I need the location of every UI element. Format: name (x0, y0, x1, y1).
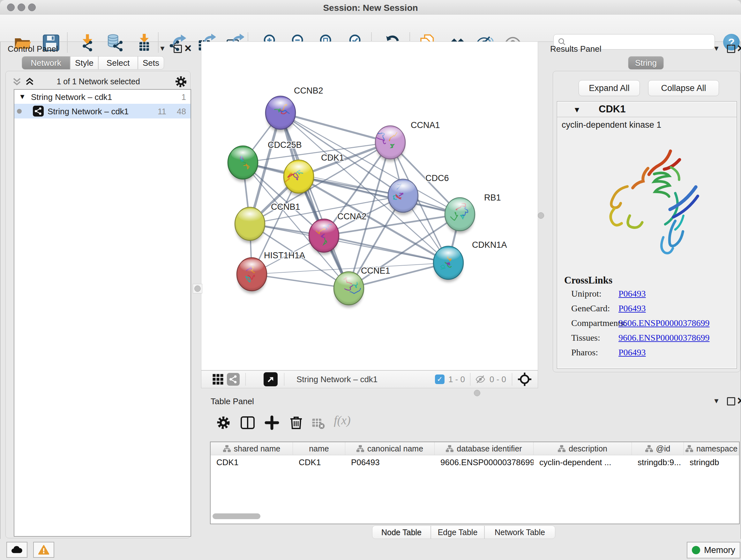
node-label: CDK1 (321, 153, 344, 163)
edge-layer (243, 113, 460, 288)
tab-style[interactable]: Style (70, 56, 98, 70)
column-header[interactable]: shared name (211, 442, 293, 455)
network-view-toolbar: String Network – cdk1 ✓ 1 - 0 0 - 0 (201, 370, 538, 388)
tab-edge-table[interactable]: Edge Table (431, 525, 484, 539)
tab-select[interactable]: Select (98, 56, 138, 70)
network-edge-count: 48 (177, 107, 186, 117)
network-row-selected[interactable]: String Network – cdk1 11 48 (14, 104, 191, 118)
crosslink-genecard-link[interactable]: P06493 (618, 303, 646, 314)
crosslink-tissues-link[interactable]: 9606.ENSP00000378699 (618, 333, 710, 343)
cloud-status-button[interactable] (6, 542, 27, 558)
tab-sets[interactable]: Sets (138, 56, 164, 70)
network-node-CCNA1[interactable]: CCNA1 (375, 120, 440, 162)
node-card-name: CDK1 (599, 104, 625, 115)
control-panel: Control Panel ▼ × Network Style Select S… (4, 42, 191, 539)
shared-column-icon (223, 445, 231, 452)
node-label: CCNA2 (337, 212, 367, 221)
shared-column-icon (446, 445, 454, 452)
control-panel-close-icon[interactable]: × (185, 44, 192, 52)
network-tab-panel: 1 of 1 Network selected ▼ String Network… (5, 71, 191, 538)
control-panel-float-icon[interactable] (174, 45, 182, 53)
expand-all-button[interactable]: Expand All (579, 80, 640, 96)
crosslink-label: GeneCard: (571, 303, 610, 313)
left-splitter-handle[interactable] (193, 284, 202, 294)
crosslink-pharos-link[interactable]: P06493 (618, 348, 646, 358)
collapse-all-networks-icon[interactable] (11, 77, 22, 86)
crosslink-label: Tissues: (571, 333, 600, 343)
column-header[interactable]: namespace (684, 442, 739, 455)
column-header[interactable]: description (534, 442, 632, 455)
main-toolbar: ? (0, 15, 741, 42)
navbar-separator (470, 373, 470, 386)
collection-expander-icon[interactable]: ▼ (19, 92, 26, 101)
table-panel-title: Table Panel (211, 396, 254, 407)
expand-all-networks-icon[interactable] (24, 77, 35, 86)
network-edge[interactable] (324, 236, 448, 263)
node-card-expander-icon[interactable]: ▼ (573, 105, 581, 114)
table-header-row: shared name name canonical name database… (211, 442, 739, 455)
node-label: CCNB2 (294, 86, 323, 96)
crosslink-label: Uniprot: (571, 289, 602, 299)
memory-status-icon (692, 546, 700, 554)
table-row[interactable]: CDK1 CDK1 P06493 9606.ENSP00000378699 cy… (211, 455, 739, 469)
network-node-RB1[interactable]: RB1 (445, 193, 501, 233)
column-header[interactable]: name (293, 442, 345, 455)
show-columns-icon[interactable] (240, 415, 255, 430)
collapse-all-button[interactable]: Collapse All (648, 80, 719, 96)
network-view-mode-icon[interactable] (227, 373, 240, 386)
tab-string[interactable]: String (628, 56, 664, 70)
network-node-CDKN1A[interactable]: CDKN1A (433, 240, 507, 282)
warning-icon (38, 545, 50, 555)
results-panel-close-icon[interactable]: × (737, 44, 741, 52)
tab-network[interactable]: Network (22, 56, 70, 70)
control-panel-menu-icon[interactable]: ▼ (159, 44, 166, 53)
memory-button[interactable]: Memory (687, 542, 740, 558)
table-options-gear-icon[interactable] (216, 415, 231, 430)
table-panel-float-icon[interactable] (727, 397, 735, 406)
results-panel-float-icon[interactable] (727, 45, 735, 53)
navbar-separator (284, 373, 284, 386)
network-current-indicator (17, 109, 22, 114)
navbar-separator (512, 373, 512, 386)
birds-eye-view-icon[interactable] (264, 372, 278, 386)
column-header[interactable]: canonical name (345, 442, 434, 455)
shared-column-icon (685, 445, 693, 452)
protein-structure-image (571, 137, 722, 271)
function-builder-icon: f(x) (334, 413, 351, 427)
right-splitter-handle[interactable] (538, 212, 544, 219)
node-label: CDKN1A (472, 240, 507, 250)
tab-network-table[interactable]: Network Table (484, 525, 555, 539)
network-canvas[interactable]: CCNB2CCNA1CDC25BCDK1CDC6RB1CCNB1CCNA2CDK… (201, 42, 538, 370)
column-header[interactable]: @id (632, 442, 684, 455)
network-options-gear-icon[interactable] (174, 75, 188, 88)
crosslink-uniprot-link[interactable]: P06493 (618, 289, 646, 299)
grid-view-icon[interactable] (212, 373, 224, 386)
tab-node-table[interactable]: Node Table (372, 525, 431, 539)
node-label: CCNE1 (361, 266, 390, 275)
table-panel-close-icon[interactable]: × (737, 397, 741, 405)
crosslinks-list: Uniprot:P06493 GeneCard:P06493 Compartme… (571, 289, 731, 362)
crosslink-label: Pharos: (571, 348, 598, 357)
string-results-container: Expand All Collapse All ▼ CDK1 cyclin-de… (553, 71, 740, 372)
title-bar: Session: New Session (0, 0, 741, 15)
shared-column-icon (356, 445, 364, 452)
fit-selection-target-icon[interactable] (517, 372, 532, 387)
delete-column-trash-icon[interactable] (288, 415, 304, 430)
horizontal-scrollbar-thumb[interactable] (212, 513, 260, 519)
table-panel-menu-icon[interactable]: ▼ (713, 397, 720, 405)
results-panel-menu-icon[interactable]: ▼ (713, 44, 720, 53)
selected-checkbox-icon[interactable]: ✓ (435, 374, 445, 384)
control-panel-title: Control Panel (8, 44, 58, 54)
delete-table-icon (312, 417, 326, 431)
network-collection-row[interactable]: ▼ String Network – cdk1 1 (14, 90, 191, 104)
selected-count: 1 - 0 (448, 374, 465, 384)
hidden-elements-icon[interactable] (475, 374, 486, 385)
network-selection-status: 1 of 1 Network selected (38, 77, 159, 86)
warnings-button[interactable] (33, 542, 54, 558)
node-table: shared name name canonical name database… (210, 442, 740, 524)
network-node-count: 11 (158, 107, 166, 117)
network-graph[interactable]: CCNB2CCNA1CDC25BCDK1CDC6RB1CCNB1CCNA2CDK… (201, 42, 538, 370)
column-header[interactable]: database identifier (434, 442, 534, 455)
crosslink-compartments-link[interactable]: 9606.ENSP00000378699 (618, 318, 710, 328)
add-column-icon[interactable] (264, 415, 280, 430)
